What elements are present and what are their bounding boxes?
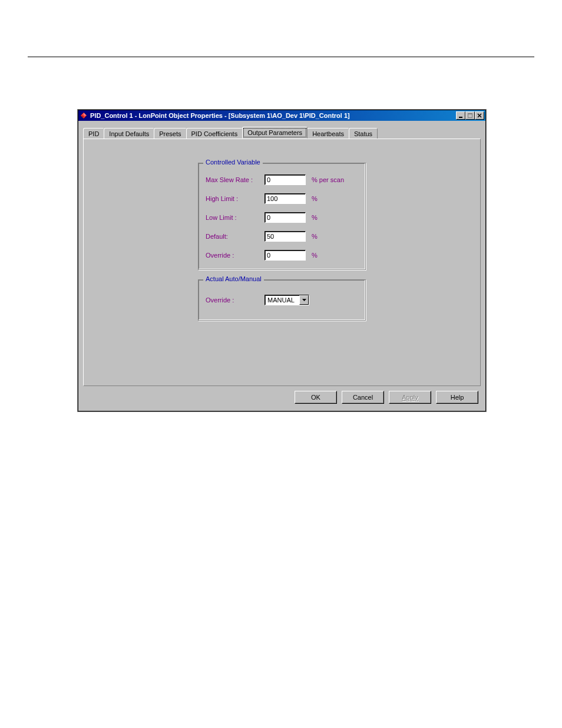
select-override[interactable]: MANUAL	[265, 295, 309, 305]
row-high-limit: High Limit : %	[206, 193, 358, 205]
label-override-select: Override :	[206, 297, 265, 304]
horizontal-rule	[28, 57, 534, 57]
maximize-button	[465, 111, 475, 120]
help-button[interactable]: Help	[436, 391, 478, 404]
unit-override: %	[312, 252, 318, 259]
tab-heartbeats[interactable]: Heartbeats	[307, 128, 349, 139]
svg-rect-5	[468, 113, 472, 114]
minimize-button[interactable]	[456, 111, 465, 120]
group-legend-2: Actual Auto/Manual	[203, 275, 264, 282]
svg-marker-8	[302, 299, 306, 301]
apply-button: Apply	[389, 391, 431, 404]
select-override-value: MANUAL	[265, 296, 299, 304]
tab-pid[interactable]: PID	[83, 128, 104, 139]
window-controls	[456, 111, 484, 120]
chevron-down-icon	[299, 295, 309, 305]
label-override: Override :	[206, 252, 265, 259]
svg-rect-3	[459, 117, 462, 118]
input-high-limit[interactable]	[265, 193, 306, 204]
dialog-window: PID_Control 1 - LonPoint Object Properti…	[78, 110, 486, 411]
row-low-limit: Low Limit : %	[206, 212, 358, 223]
tab-input-defaults[interactable]: Input Defaults	[104, 128, 154, 139]
cancel-button[interactable]: Cancel	[342, 391, 384, 404]
group-controlled-variable: Controlled Variable Max Slew Rate : % pe…	[198, 163, 366, 270]
tab-pid-coefficients[interactable]: PID Coefficients	[186, 128, 243, 139]
svg-marker-1	[84, 113, 87, 116]
row-max-slew: Max Slew Rate : % per scan	[206, 174, 358, 186]
unit-low-limit: %	[312, 214, 318, 221]
row-default: Default: %	[206, 230, 358, 242]
unit-high-limit: %	[312, 195, 318, 202]
label-default: Default:	[206, 233, 265, 240]
dialog-button-row: OK Cancel Apply Help	[83, 386, 481, 406]
label-high-limit: High Limit :	[206, 195, 265, 202]
label-low-limit: Low Limit :	[206, 214, 265, 221]
app-icon	[80, 111, 88, 120]
titlebar[interactable]: PID_Control 1 - LonPoint Object Properti…	[78, 110, 485, 121]
input-override[interactable]	[265, 250, 306, 261]
svg-marker-2	[81, 116, 84, 118]
tab-status[interactable]: Status	[349, 128, 378, 139]
unit-max-slew: % per scan	[312, 176, 344, 183]
row-override: Override : %	[206, 249, 358, 261]
window-body: PID Input Defaults Presets PID Coefficie…	[78, 121, 485, 411]
ok-button[interactable]: OK	[295, 391, 337, 404]
tab-strip: PID Input Defaults Presets PID Coefficie…	[83, 126, 481, 139]
unit-default: %	[312, 233, 318, 240]
input-max-slew[interactable]	[265, 174, 306, 185]
input-low-limit[interactable]	[265, 212, 306, 223]
tab-presets[interactable]: Presets	[154, 128, 186, 139]
group-legend: Controlled Variable	[203, 159, 263, 166]
tab-panel: Controlled Variable Max Slew Rate : % pe…	[83, 139, 481, 386]
label-max-slew: Max Slew Rate :	[206, 176, 265, 183]
input-default[interactable]	[265, 231, 306, 242]
close-button[interactable]	[475, 111, 484, 120]
tab-output-parameters[interactable]: Output Parameters	[242, 127, 308, 139]
group-actual-auto-manual: Actual Auto/Manual Override : MANUAL	[198, 279, 366, 321]
titlebar-text: PID_Control 1 - LonPoint Object Properti…	[90, 112, 456, 119]
apply-label: Apply	[402, 394, 418, 401]
row-override-select: Override : MANUAL	[206, 294, 358, 306]
